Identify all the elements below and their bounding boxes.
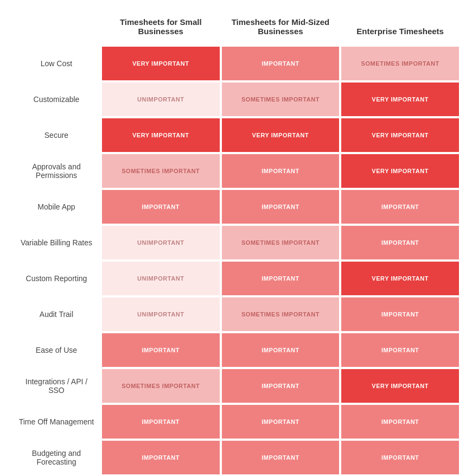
- table-row: Budgeting and ForecastingIMPORTANTIMPORT…: [13, 441, 459, 474]
- cell-col1: UNIMPORTANT: [102, 297, 220, 331]
- cell-col3: VERY IMPORTANT: [341, 82, 459, 116]
- cell-col3: SOMETIMES IMPORTANT: [341, 47, 459, 80]
- cell-col3: VERY IMPORTANT: [341, 118, 459, 152]
- cell-col3: IMPORTANT: [341, 297, 459, 331]
- cell-col3: IMPORTANT: [341, 405, 459, 439]
- table-row: Approvals and PermissionsSOMETIMES IMPOR…: [13, 154, 459, 188]
- table-row: Ease of UseIMPORTANTIMPORTANTIMPORTANT: [13, 333, 459, 367]
- cell-col3: IMPORTANT: [341, 190, 459, 224]
- cell-col2: SOMETIMES IMPORTANT: [222, 297, 340, 331]
- cell-col2: SOMETIMES IMPORTANT: [222, 226, 340, 259]
- table-row: Time Off ManagementIMPORTANTIMPORTANTIMP…: [13, 405, 459, 439]
- row-label: Budgeting and Forecasting: [13, 441, 100, 474]
- row-label: Customizable: [13, 82, 100, 116]
- cell-col1: IMPORTANT: [102, 190, 220, 224]
- cell-col2: IMPORTANT: [222, 190, 340, 224]
- col3-header: Enterprise Timesheets: [341, 13, 459, 45]
- col2-header: Timesheets for Mid-Sized Businesses: [222, 13, 340, 45]
- row-label: Variable Billing Rates: [13, 226, 100, 259]
- cell-col1: UNIMPORTANT: [102, 262, 220, 295]
- cell-col3: VERY IMPORTANT: [341, 154, 459, 188]
- table-row: Custom ReportingUNIMPORTANTIMPORTANTVERY…: [13, 262, 459, 295]
- row-label: Low Cost: [13, 47, 100, 80]
- cell-col1: SOMETIMES IMPORTANT: [102, 154, 220, 188]
- row-label: Ease of Use: [13, 333, 100, 367]
- cell-col2: IMPORTANT: [222, 441, 340, 474]
- cell-col2: IMPORTANT: [222, 47, 340, 80]
- row-label: Custom Reporting: [13, 262, 100, 295]
- cell-col3: IMPORTANT: [341, 333, 459, 367]
- cell-col2: SOMETIMES IMPORTANT: [222, 82, 340, 116]
- row-label: Integrations / API / SSO: [13, 369, 100, 403]
- cell-col2: IMPORTANT: [222, 262, 340, 295]
- cell-col1: IMPORTANT: [102, 405, 220, 439]
- comparison-table: Timesheets for Small Businesses Timeshee…: [11, 11, 461, 476]
- row-label: Secure: [13, 118, 100, 152]
- cell-col3: VERY IMPORTANT: [341, 262, 459, 295]
- table-row: SecureVERY IMPORTANTVERY IMPORTANTVERY I…: [13, 118, 459, 152]
- cell-col2: IMPORTANT: [222, 369, 340, 403]
- col1-header: Timesheets for Small Businesses: [102, 13, 220, 45]
- table-row: Low CostVERY IMPORTANTIMPORTANTSOMETIMES…: [13, 47, 459, 80]
- row-label: Time Off Management: [13, 405, 100, 439]
- cell-col2: IMPORTANT: [222, 405, 340, 439]
- cell-col2: IMPORTANT: [222, 333, 340, 367]
- cell-col1: SOMETIMES IMPORTANT: [102, 369, 220, 403]
- table-row: Audit TrailUNIMPORTANTSOMETIMES IMPORTAN…: [13, 297, 459, 331]
- cell-col1: IMPORTANT: [102, 333, 220, 367]
- row-label: Mobile App: [13, 190, 100, 224]
- cell-col2: VERY IMPORTANT: [222, 118, 340, 152]
- cell-col2: IMPORTANT: [222, 154, 340, 188]
- table-row: CustomizableUNIMPORTANTSOMETIMES IMPORTA…: [13, 82, 459, 116]
- row-label: Audit Trail: [13, 297, 100, 331]
- cell-col3: IMPORTANT: [341, 226, 459, 259]
- cell-col1: UNIMPORTANT: [102, 82, 220, 116]
- empty-header: [13, 13, 100, 45]
- cell-col3: VERY IMPORTANT: [341, 369, 459, 403]
- cell-col1: IMPORTANT: [102, 441, 220, 474]
- cell-col1: UNIMPORTANT: [102, 226, 220, 259]
- cell-col3: IMPORTANT: [341, 441, 459, 474]
- table-row: Variable Billing RatesUNIMPORTANTSOMETIM…: [13, 226, 459, 259]
- row-label: Approvals and Permissions: [13, 154, 100, 188]
- cell-col1: VERY IMPORTANT: [102, 47, 220, 80]
- cell-col1: VERY IMPORTANT: [102, 118, 220, 152]
- table-row: Integrations / API / SSOSOMETIMES IMPORT…: [13, 369, 459, 403]
- table-row: Mobile AppIMPORTANTIMPORTANTIMPORTANT: [13, 190, 459, 224]
